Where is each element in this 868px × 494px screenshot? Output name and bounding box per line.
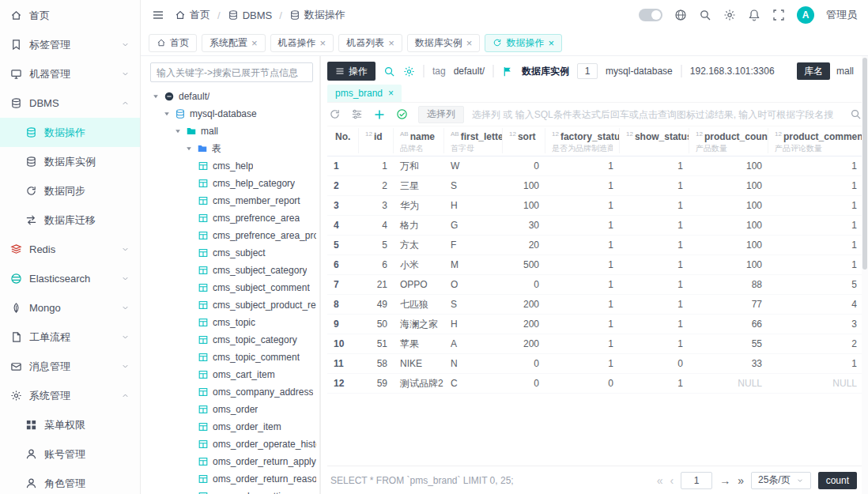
column-header-sort[interactable]: 12sort: [503, 128, 545, 153]
add-row-icon[interactable]: [373, 108, 386, 121]
last-page-button[interactable]: »: [738, 475, 744, 486]
table-tab-pms-brand[interactable]: pms_brand ×: [327, 85, 402, 102]
table-row[interactable]: 2 2 三星 S 100 1 1 100 1: [327, 176, 868, 196]
column-header-no[interactable]: No.: [327, 128, 359, 153]
count-button[interactable]: count: [818, 472, 857, 489]
tree-table-item[interactable]: oms_order_return_apply: [150, 453, 316, 470]
table-row[interactable]: 7 21 OPPO O 0 1 1 88 5: [327, 275, 868, 295]
table-row[interactable]: 4 4 格力 G 30 1 1 100 1: [327, 216, 868, 236]
sidebar-group-elasticsearch[interactable]: Elasticsearch: [0, 264, 140, 293]
globe-icon[interactable]: [674, 9, 687, 21]
caret-down-icon[interactable]: [185, 145, 193, 153]
tree-table-item[interactable]: oms_company_address: [150, 383, 316, 401]
tree-node-instance[interactable]: mysql-database: [150, 105, 316, 123]
breadcrumb-data-operations[interactable]: 数据操作: [289, 8, 345, 22]
tree-table-item[interactable]: cms_subject_product_relation: [150, 296, 316, 314]
search-icon[interactable]: [850, 108, 862, 120]
sidebar-item-database-instances[interactable]: 数据库实例: [0, 147, 140, 176]
table-row[interactable]: 10 51 苹果 A 200 1 1 55 2: [327, 334, 868, 354]
tree-table-item[interactable]: cms_topic_comment: [150, 349, 316, 366]
close-icon[interactable]: ×: [548, 38, 554, 48]
page-size-select[interactable]: 25条/页: [751, 472, 811, 489]
sidebar-group-redis[interactable]: Redis: [0, 235, 140, 264]
sidebar-item-home[interactable]: 首页: [0, 1, 140, 30]
next-page-button[interactable]: →: [719, 475, 730, 486]
vertical-scrollbar[interactable]: [862, 56, 868, 494]
tree-table-item[interactable]: cms_prefrence_area_product_relation: [150, 227, 316, 244]
tree-table-item[interactable]: cms_subject: [150, 244, 316, 262]
breadcrumb-home[interactable]: 首页: [175, 8, 210, 22]
tag-value[interactable]: default/: [454, 66, 485, 77]
table-row[interactable]: 5 5 方太 F 20 1 1 100 1: [327, 236, 868, 255]
sidebar-group-work-orders[interactable]: 工单流程: [0, 322, 140, 352]
close-icon[interactable]: ×: [388, 38, 394, 48]
tree-table-item[interactable]: oms_order_return_reason: [150, 470, 316, 488]
sidebar-item-role-management[interactable]: 角色管理: [0, 469, 140, 494]
tab-home[interactable]: 首页: [149, 34, 197, 52]
hamburger-menu-icon[interactable]: [152, 9, 164, 21]
close-icon[interactable]: ×: [320, 38, 326, 48]
username[interactable]: 管理员: [826, 8, 857, 22]
gear-icon[interactable]: [403, 66, 415, 77]
page-number-input[interactable]: [681, 472, 712, 489]
close-icon[interactable]: ×: [251, 38, 258, 48]
tree-node-tables-folder[interactable]: 表: [150, 140, 316, 157]
sidebar-group-machine-management[interactable]: 机器管理: [0, 59, 140, 89]
commit-check-icon[interactable]: [396, 108, 408, 120]
close-icon[interactable]: ×: [388, 89, 394, 98]
caret-down-icon[interactable]: [174, 127, 182, 135]
sidebar-group-messages[interactable]: 消息管理: [0, 352, 140, 381]
tree-table-item[interactable]: cms_help: [150, 157, 316, 175]
table-row[interactable]: 9 50 海澜之家 H 200 1 1 66 3: [327, 315, 868, 334]
tree-table-item[interactable]: cms_topic_category: [150, 331, 316, 349]
scrollbar-thumb[interactable]: [862, 58, 867, 270]
sidebar-group-tag-management[interactable]: 标签管理: [0, 30, 140, 59]
caret-down-icon[interactable]: [163, 110, 171, 118]
close-icon[interactable]: ×: [466, 38, 473, 48]
tree-table-item[interactable]: oms_order: [150, 401, 316, 418]
tab-system-config[interactable]: 系统配置 ×: [202, 34, 266, 52]
tree-table-item[interactable]: cms_topic: [150, 314, 316, 331]
tree-table-item[interactable]: oms_order_setting: [150, 488, 316, 494]
select-columns-button[interactable]: 选择列: [418, 106, 464, 123]
caret-down-icon[interactable]: [152, 92, 160, 100]
instance-id-box[interactable]: 1: [577, 63, 598, 79]
table-row[interactable]: 1 1 万和 W 0 1 1 100 1: [327, 156, 868, 176]
sidebar-group-dbms[interactable]: DBMS: [0, 89, 140, 118]
tab-machine-operations[interactable]: 机器操作 ×: [270, 34, 334, 52]
tree-table-item[interactable]: cms_prefrence_area: [150, 209, 316, 227]
tree-table-item[interactable]: cms_help_category: [150, 175, 316, 192]
tab-database-instances[interactable]: 数据库实例 ×: [407, 34, 481, 52]
tree-node-root[interactable]: default/: [150, 88, 316, 105]
column-header-first-letter[interactable]: ABfirst_letter 首字母: [444, 128, 503, 153]
bell-icon[interactable]: [748, 9, 760, 21]
refresh-icon[interactable]: [492, 38, 502, 47]
tree-table-item[interactable]: cms_subject_category: [150, 262, 316, 279]
tab-data-operations[interactable]: 数据操作 ×: [485, 34, 562, 52]
actions-button[interactable]: 操作: [327, 62, 376, 81]
column-header-id[interactable]: 12id: [359, 128, 394, 153]
table-row[interactable]: 3 3 华为 H 100 1 1 100 1: [327, 196, 868, 216]
sidebar-group-system-management[interactable]: 系统管理: [0, 381, 140, 410]
tree-table-item[interactable]: oms_order_operate_history: [150, 436, 316, 453]
sql-filter-input[interactable]: [472, 109, 842, 120]
sidebar-group-mongo[interactable]: Mongo: [0, 293, 140, 322]
first-page-button[interactable]: «: [657, 475, 663, 486]
fullscreen-icon[interactable]: [772, 9, 785, 21]
search-icon[interactable]: [699, 9, 711, 21]
column-header-show-status[interactable]: 12show_status: [620, 128, 689, 153]
tab-machine-list[interactable]: 机器列表 ×: [338, 34, 402, 52]
table-row[interactable]: 8 49 七匹狼 S 200 1 1 77 4: [327, 295, 868, 315]
sidebar-item-data-operations[interactable]: 数据操作: [0, 118, 140, 147]
tree-table-item[interactable]: cms_subject_comment: [150, 279, 316, 296]
table-row[interactable]: 12 59 测试品牌2 C 0 0 1 NULL NULL: [327, 374, 868, 394]
column-header-product-comment-count[interactable]: 12product_comment_count 产品评论数量: [768, 128, 868, 153]
tree-search-input[interactable]: [150, 62, 313, 82]
column-header-factory-status[interactable]: 12factory_status 是否为品牌制造商: 0->: [545, 128, 620, 153]
sidebar-item-database-migration[interactable]: 数据库迁移: [0, 206, 140, 235]
sidebar-item-data-sync[interactable]: 数据同步: [0, 176, 140, 206]
column-header-name[interactable]: ABname 品牌名: [394, 128, 444, 153]
tree-table-item[interactable]: oms_order_item: [150, 418, 316, 436]
theme-toggle[interactable]: [639, 9, 662, 21]
table-row[interactable]: 11 58 NIKE N 0 1 0 33 1: [327, 354, 868, 374]
